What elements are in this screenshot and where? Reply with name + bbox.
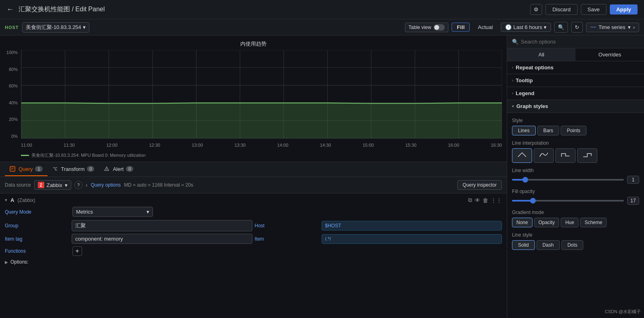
all-tab[interactable]: All [507,48,576,61]
toggle-visibility-button[interactable]: 👁 [475,197,480,204]
item-tag-value: component: memory [75,236,123,242]
overrides-tab[interactable]: Overrides [576,48,644,61]
interp-label: Line interpolation [512,140,639,146]
top-header: ← 汇聚交换机性能图 / Edit Panel ⚙ Discard Save A… [0,0,644,19]
right-panel: 🔍 All Overrides › Repeat options › Toolt… [507,35,644,318]
item-field-value[interactable]: /.*/ [322,234,502,244]
delete-query-button[interactable]: 🗑 [483,197,488,204]
tooltip-section[interactable]: › Tooltip [507,74,644,87]
alert-tab[interactable]: Alert 0 [99,163,138,176]
hue-gradient-button[interactable]: Hue [561,218,578,227]
scheme-gradient-button[interactable]: Scheme [580,218,607,227]
host-value: 美食街汇聚-10.83.3.254 [26,24,81,31]
discard-button[interactable]: Discard [545,4,577,15]
x-label-1100: 11:00 [21,143,32,148]
style-button-group: Lines Bars Points [512,126,639,135]
interp-step-before-button[interactable] [555,148,576,163]
fill-opacity-value: 17 [627,197,639,205]
fill-button[interactable]: Fill [452,23,470,32]
zoom-button[interactable]: 🔍 [554,22,568,33]
save-button[interactable]: Save [581,4,607,15]
functions-row: Functions + [5,246,502,256]
item-tag-selector[interactable]: component: memory [72,234,252,244]
query-inspector-button[interactable]: Query inspector [457,180,502,190]
viz-line-icon: 〰 [590,24,596,31]
none-gradient-button[interactable]: None [512,218,533,227]
left-panel: 内使用趋势 100% 80% 60% 40% 20% 0% [0,35,507,318]
table-view-switch[interactable] [433,24,445,31]
actual-button[interactable]: Actual [473,23,497,31]
fill-opacity-row: Fill opacity 17 [512,189,639,205]
x-label-1600: 16:00 [448,143,459,148]
bars-style-button[interactable]: Bars [537,126,559,135]
interp-smooth-button[interactable] [534,148,554,163]
header-right: ⚙ Discard Save Apply [530,4,638,15]
viz-type-label: Time series [599,24,625,30]
group-selector[interactable]: 汇聚 [72,220,252,231]
linewidth-label: Line width [512,168,639,173]
points-style-button[interactable]: Points [561,126,586,135]
table-view-label: Table view [409,25,431,30]
y-label-60: 60% [9,83,18,88]
copy-query-button[interactable]: ⧉ [468,197,472,204]
group-value: 汇聚 [75,222,86,229]
zabbix-icon: Z [38,182,44,188]
page-title: 汇聚交换机性能图 / Edit Panel [19,5,105,14]
linewidth-slider[interactable] [512,179,624,181]
legend-section[interactable]: › Legend [507,87,644,100]
graph-styles-section-header[interactable]: ▾ Graph styles [507,100,644,113]
host-field-value[interactable]: $HOST [322,221,502,231]
transform-tab[interactable]: Transform 0 [47,163,99,176]
back-button[interactable]: ← [6,5,14,14]
fill-opacity-slider[interactable] [512,200,624,202]
y-axis: 100% 80% 60% 40% 20% 0% [3,50,19,139]
repeat-options-section[interactable]: › Repeat options [507,61,644,74]
solid-linestyle-button[interactable]: Solid [512,240,535,250]
lines-style-button[interactable]: Lines [512,126,536,135]
options-label: Options: [10,259,29,265]
refresh-button[interactable]: ↻ [571,22,583,33]
datasource-selector[interactable]: Z Zabbix ▾ [34,180,71,190]
chart-plot [21,50,502,139]
info-button[interactable]: ? [74,181,83,189]
time-range-value: Last 6 hours [513,24,542,30]
alert-tab-label: Alert [113,166,124,172]
add-function-button[interactable]: + [72,246,82,256]
viz-expand-icon: › [633,24,635,30]
gradient-label: Gradient mode [512,210,639,215]
options-row[interactable]: ▶ Options: [5,259,502,265]
host-selector[interactable]: 美食街汇聚-10.83.3.254 ▾ [22,22,89,33]
dash-linestyle-button[interactable]: Dash [537,240,560,250]
interp-linear-button[interactable] [512,148,532,163]
time-range-chevron-icon: ▾ [544,24,547,30]
y-label-0: 0% [11,134,18,139]
chart-area: 内使用趋势 100% 80% 60% 40% 20% 0% [0,35,507,162]
datasource-chevron-icon: ▾ [65,182,68,188]
linewidth-slider-container: 1 [512,176,639,184]
search-input[interactable] [521,39,639,45]
viz-chevron-icon: ▾ [628,24,631,30]
time-range-selector[interactable]: 🕐 Last 6 hours ▾ [501,23,551,32]
query-mode-chevron-icon: ▾ [147,209,149,215]
x-label-1500: 15:00 [363,143,374,148]
query-mode-selector[interactable]: Metrics ▾ [72,207,153,217]
query-meta: MD = auto = 1168 Interval = 20s [124,182,193,188]
repeat-options-label: Repeat options [516,64,553,71]
legend-line-color [21,155,29,156]
tooltip-label: Tooltip [516,77,533,83]
query-collapse-icon[interactable]: ▾ [5,197,7,203]
x-label-1130: 11:30 [64,143,75,148]
query-tab[interactable]: Query 1 [5,163,47,176]
query-options-link[interactable]: Query options [91,182,121,188]
viz-type-selector[interactable]: 〰 Time series ▾ › [586,23,639,32]
table-view-toggle[interactable]: Table view [405,23,448,32]
query-mode-label: Query Mode [5,209,69,215]
apply-button[interactable]: Apply [610,4,638,15]
dots-linestyle-button[interactable]: Dots [561,240,584,250]
interp-step-after-button[interactable] [577,148,597,163]
drag-query-button[interactable]: ⋮⋮ [491,197,502,204]
x-label-1230: 12:30 [149,143,160,148]
settings-button[interactable]: ⚙ [530,4,542,15]
chart-legend: 美食街汇聚-10.83.3.254: MPU Board 0: Memory u… [3,152,504,158]
opacity-gradient-button[interactable]: Opacity [534,218,559,227]
